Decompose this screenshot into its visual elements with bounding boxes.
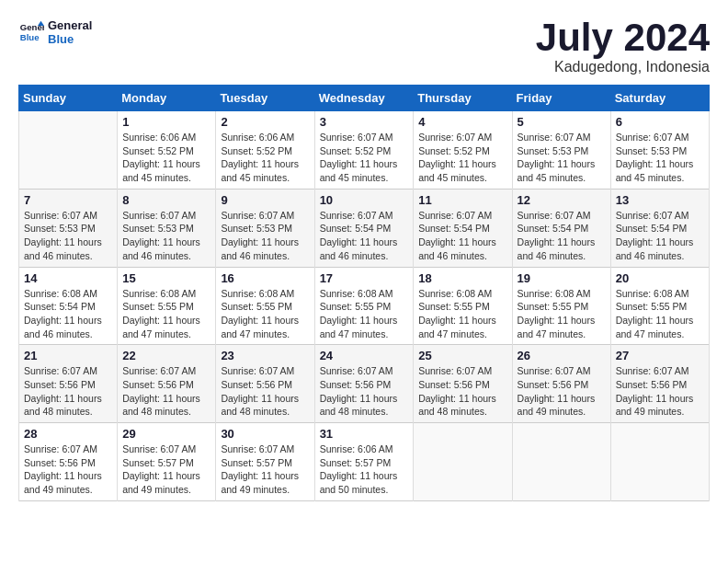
day-info: Sunrise: 6:07 AM Sunset: 5:56 PM Dayligh… xyxy=(616,364,704,419)
table-row: 27Sunrise: 6:07 AM Sunset: 5:56 PM Dayli… xyxy=(610,345,709,423)
table-row: 1Sunrise: 6:06 AM Sunset: 5:52 PM Daylig… xyxy=(118,111,216,190)
table-row: 2Sunrise: 6:06 AM Sunset: 5:52 PM Daylig… xyxy=(216,111,314,190)
table-row: 17Sunrise: 6:08 AM Sunset: 5:55 PM Dayli… xyxy=(314,267,414,345)
day-number: 2 xyxy=(221,115,309,129)
table-row: 7Sunrise: 6:07 AM Sunset: 5:53 PM Daylig… xyxy=(19,189,118,267)
table-row: 10Sunrise: 6:07 AM Sunset: 5:54 PM Dayli… xyxy=(314,189,414,267)
day-number: 30 xyxy=(221,427,309,441)
table-row: 28Sunrise: 6:07 AM Sunset: 5:56 PM Dayli… xyxy=(19,423,118,501)
table-row: 11Sunrise: 6:07 AM Sunset: 5:54 PM Dayli… xyxy=(414,189,512,267)
day-info: Sunrise: 6:06 AM Sunset: 5:52 PM Dayligh… xyxy=(122,131,210,185)
day-info: Sunrise: 6:07 AM Sunset: 5:56 PM Dayligh… xyxy=(221,364,309,419)
table-row: 14Sunrise: 6:08 AM Sunset: 5:54 PM Dayli… xyxy=(19,267,118,345)
table-row xyxy=(414,423,512,501)
table-row: 13Sunrise: 6:07 AM Sunset: 5:54 PM Dayli… xyxy=(610,189,709,267)
day-number: 11 xyxy=(418,193,506,207)
day-number: 7 xyxy=(24,193,112,207)
table-row: 22Sunrise: 6:07 AM Sunset: 5:56 PM Dayli… xyxy=(118,345,216,423)
day-number: 19 xyxy=(518,271,606,285)
header-saturday: Saturday xyxy=(610,86,709,111)
day-number: 4 xyxy=(418,115,506,129)
day-number: 24 xyxy=(320,349,409,362)
day-number: 20 xyxy=(616,271,704,285)
page-header: General Blue General Blue July 2024 Kadu… xyxy=(18,18,710,75)
table-row: 31Sunrise: 6:06 AM Sunset: 5:57 PM Dayli… xyxy=(314,423,414,501)
day-number: 15 xyxy=(122,271,210,285)
table-row: 26Sunrise: 6:07 AM Sunset: 5:56 PM Dayli… xyxy=(512,345,610,423)
day-info: Sunrise: 6:07 AM Sunset: 5:56 PM Dayligh… xyxy=(122,364,210,419)
table-row: 15Sunrise: 6:08 AM Sunset: 5:55 PM Dayli… xyxy=(118,267,216,345)
day-info: Sunrise: 6:07 AM Sunset: 5:57 PM Dayligh… xyxy=(122,442,210,497)
day-number: 23 xyxy=(221,349,309,362)
header-friday: Friday xyxy=(512,86,610,111)
header-wednesday: Wednesday xyxy=(314,86,414,111)
day-info: Sunrise: 6:07 AM Sunset: 5:56 PM Dayligh… xyxy=(24,442,112,497)
day-info: Sunrise: 6:08 AM Sunset: 5:55 PM Dayligh… xyxy=(518,287,606,341)
header-sunday: Sunday xyxy=(19,86,118,111)
day-number: 18 xyxy=(418,271,506,285)
svg-text:Blue: Blue xyxy=(20,32,40,42)
header-tuesday: Tuesday xyxy=(216,86,314,111)
day-number: 13 xyxy=(616,193,704,207)
day-info: Sunrise: 6:07 AM Sunset: 5:56 PM Dayligh… xyxy=(320,364,409,419)
day-number: 27 xyxy=(616,349,704,362)
day-info: Sunrise: 6:07 AM Sunset: 5:53 PM Dayligh… xyxy=(122,209,210,263)
day-info: Sunrise: 6:06 AM Sunset: 5:52 PM Dayligh… xyxy=(221,131,309,185)
day-number: 14 xyxy=(24,271,112,285)
table-row xyxy=(610,423,709,501)
day-number: 22 xyxy=(122,349,210,362)
day-number: 26 xyxy=(518,349,606,362)
table-row: 12Sunrise: 6:07 AM Sunset: 5:54 PM Dayli… xyxy=(512,189,610,267)
day-info: Sunrise: 6:08 AM Sunset: 5:55 PM Dayligh… xyxy=(616,287,704,341)
day-info: Sunrise: 6:08 AM Sunset: 5:55 PM Dayligh… xyxy=(122,287,210,341)
day-info: Sunrise: 6:07 AM Sunset: 5:56 PM Dayligh… xyxy=(518,364,606,419)
table-row: 9Sunrise: 6:07 AM Sunset: 5:53 PM Daylig… xyxy=(216,189,314,267)
day-info: Sunrise: 6:07 AM Sunset: 5:56 PM Dayligh… xyxy=(24,364,112,419)
day-info: Sunrise: 6:07 AM Sunset: 5:52 PM Dayligh… xyxy=(418,131,506,185)
table-row xyxy=(19,111,118,190)
header-monday: Monday xyxy=(118,86,216,111)
day-number: 3 xyxy=(320,115,409,129)
day-number: 8 xyxy=(122,193,210,207)
day-info: Sunrise: 6:07 AM Sunset: 5:54 PM Dayligh… xyxy=(418,209,506,263)
table-row: 19Sunrise: 6:08 AM Sunset: 5:55 PM Dayli… xyxy=(512,267,610,345)
header-thursday: Thursday xyxy=(414,86,512,111)
title-block: July 2024 Kadugedong, Indonesia xyxy=(536,18,710,75)
day-info: Sunrise: 6:07 AM Sunset: 5:52 PM Dayligh… xyxy=(320,131,409,185)
logo: General Blue General Blue xyxy=(18,18,92,46)
day-info: Sunrise: 6:07 AM Sunset: 5:54 PM Dayligh… xyxy=(320,209,409,263)
day-number: 5 xyxy=(518,115,606,129)
calendar-body: 1Sunrise: 6:06 AM Sunset: 5:52 PM Daylig… xyxy=(19,111,710,501)
day-number: 17 xyxy=(320,271,409,285)
day-number: 29 xyxy=(122,427,210,441)
table-row: 3Sunrise: 6:07 AM Sunset: 5:52 PM Daylig… xyxy=(314,111,414,190)
table-row: 6Sunrise: 6:07 AM Sunset: 5:53 PM Daylig… xyxy=(610,111,709,190)
calendar-header: Sunday Monday Tuesday Wednesday Thursday… xyxy=(19,86,710,111)
table-row: 8Sunrise: 6:07 AM Sunset: 5:53 PM Daylig… xyxy=(118,189,216,267)
day-number: 10 xyxy=(320,193,409,207)
day-number: 28 xyxy=(24,427,112,441)
day-info: Sunrise: 6:07 AM Sunset: 5:53 PM Dayligh… xyxy=(616,131,704,185)
month-title: July 2024 xyxy=(536,18,710,57)
table-row: 5Sunrise: 6:07 AM Sunset: 5:53 PM Daylig… xyxy=(512,111,610,190)
table-row: 4Sunrise: 6:07 AM Sunset: 5:52 PM Daylig… xyxy=(414,111,512,190)
day-info: Sunrise: 6:07 AM Sunset: 5:57 PM Dayligh… xyxy=(221,442,309,497)
day-info: Sunrise: 6:08 AM Sunset: 5:54 PM Dayligh… xyxy=(24,287,112,341)
location-subtitle: Kadugedong, Indonesia xyxy=(536,59,710,75)
day-info: Sunrise: 6:07 AM Sunset: 5:53 PM Dayligh… xyxy=(24,209,112,263)
table-row: 30Sunrise: 6:07 AM Sunset: 5:57 PM Dayli… xyxy=(216,423,314,501)
day-info: Sunrise: 6:07 AM Sunset: 5:56 PM Dayligh… xyxy=(418,364,506,419)
day-info: Sunrise: 6:08 AM Sunset: 5:55 PM Dayligh… xyxy=(418,287,506,341)
day-number: 16 xyxy=(221,271,309,285)
day-info: Sunrise: 6:06 AM Sunset: 5:57 PM Dayligh… xyxy=(320,442,409,497)
day-number: 12 xyxy=(518,193,606,207)
day-info: Sunrise: 6:07 AM Sunset: 5:54 PM Dayligh… xyxy=(616,209,704,263)
table-row: 21Sunrise: 6:07 AM Sunset: 5:56 PM Dayli… xyxy=(19,345,118,423)
table-row: 16Sunrise: 6:08 AM Sunset: 5:55 PM Dayli… xyxy=(216,267,314,345)
day-number: 31 xyxy=(320,427,409,441)
day-number: 21 xyxy=(24,349,112,362)
day-info: Sunrise: 6:07 AM Sunset: 5:53 PM Dayligh… xyxy=(518,131,606,185)
day-number: 6 xyxy=(616,115,704,129)
day-info: Sunrise: 6:08 AM Sunset: 5:55 PM Dayligh… xyxy=(320,287,409,341)
table-row: 24Sunrise: 6:07 AM Sunset: 5:56 PM Dayli… xyxy=(314,345,414,423)
